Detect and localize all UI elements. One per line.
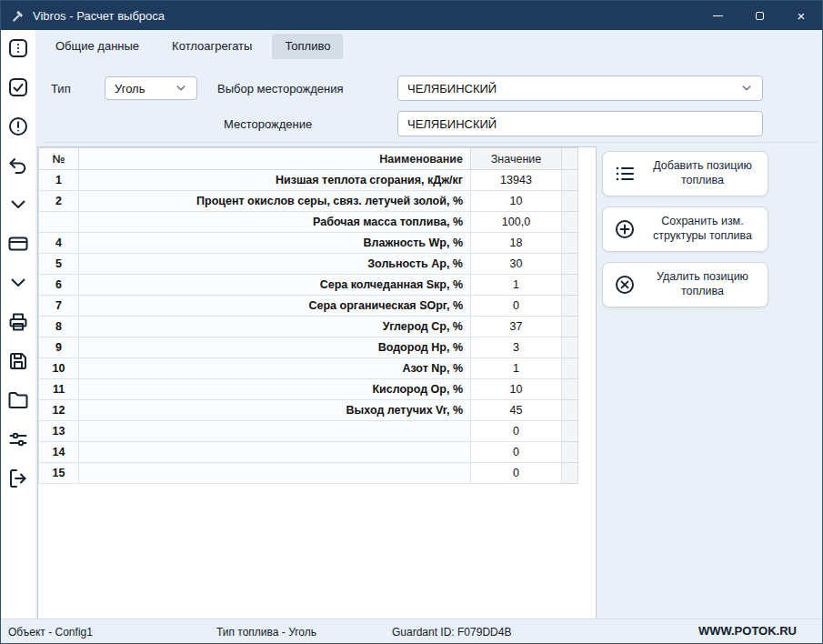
column-header-value: Значение [471, 148, 562, 170]
row-name[interactable] [79, 421, 471, 442]
tab-fuel[interactable]: Топливо [272, 34, 343, 59]
action-button-label: Удалить позицию топлива [645, 270, 760, 298]
row-filler [562, 254, 578, 275]
column-header-name: Наименование [79, 148, 471, 170]
row-name[interactable]: Водород Нр, % [79, 337, 471, 358]
row-value[interactable]: 0 [471, 442, 562, 463]
website-link[interactable]: WWW.POTOK.RU [698, 624, 797, 638]
table-row[interactable]: 6Сера колчеданная Sкр, %1 [39, 275, 578, 296]
fuel-table-container: № Наименование Значение 1Низшая теплота … [37, 146, 597, 619]
table-row[interactable]: 140 [39, 442, 578, 463]
minimize-button[interactable] [697, 1, 738, 30]
row-value[interactable]: 10 [471, 191, 562, 212]
row-value[interactable]: 0 [471, 421, 562, 442]
sliders-button[interactable] [7, 428, 29, 450]
row-filler [562, 233, 578, 254]
save-button[interactable] [7, 350, 29, 372]
fuel-table-body: 1Низшая теплота сгорания, кДж/кг139432Пр… [39, 170, 578, 484]
table-row[interactable]: 11Кислород Ор, %10 [39, 379, 578, 400]
card-button[interactable] [7, 233, 29, 255]
deposit-label: Месторождение [224, 117, 312, 131]
row-name[interactable]: Углерод Ср, % [79, 317, 471, 337]
row-number: 5 [39, 254, 79, 275]
action-button-label: Сохранить изм. структуры топлива [645, 215, 760, 243]
row-value[interactable]: 10 [471, 379, 562, 400]
table-row[interactable]: 150 [39, 463, 578, 484]
row-name[interactable]: Зольность Ap, % [79, 254, 471, 275]
chevron-down-icon [7, 272, 29, 294]
row-name[interactable]: Влажность Wp, % [79, 233, 471, 254]
table-row[interactable]: 1Низшая теплота сгорания, кДж/кг13943 [39, 170, 578, 191]
row-name[interactable]: Азот Nр, % [79, 358, 471, 379]
row-value[interactable]: 1 [471, 358, 562, 379]
table-row[interactable]: 4Влажность Wp, %18 [39, 233, 578, 254]
row-value[interactable]: 30 [471, 254, 562, 275]
row-name[interactable]: Сера колчеданная Sкр, % [79, 275, 471, 296]
logout-button[interactable] [7, 468, 29, 489]
row-value[interactable]: 0 [471, 296, 562, 317]
row-number: 14 [39, 442, 79, 463]
row-value[interactable]: 13943 [471, 170, 562, 191]
row-number: 10 [39, 358, 79, 379]
form-separator [43, 142, 817, 143]
alert-circle-button[interactable] [7, 116, 29, 137]
table-row[interactable]: 7Сера органическая SOрг, %0 [39, 296, 578, 317]
row-value[interactable]: 100,0 [471, 212, 562, 233]
row-name[interactable] [79, 442, 471, 463]
undo-button[interactable] [7, 155, 29, 176]
row-name[interactable]: Рабочая масса топлива, % [79, 212, 471, 233]
printer-button[interactable] [7, 311, 29, 333]
fuel-type-select[interactable]: Уголь [105, 76, 197, 100]
deposit-input[interactable] [397, 111, 763, 136]
title-bar: Vibros - Расчет выброса × [1, 1, 822, 30]
app-icon [10, 8, 25, 24]
delete-fuel-position-button[interactable]: Удалить позицию топлива [602, 262, 768, 307]
tab-boilers[interactable]: Котлоагрегаты [159, 34, 265, 59]
table-row[interactable]: 10Азот Nр, %1 [39, 358, 578, 379]
filler-column-header [562, 148, 578, 170]
table-row[interactable]: 2Процент окислов серы, связ. летучей зол… [39, 191, 578, 212]
table-row[interactable]: 130 [39, 421, 578, 442]
table-row[interactable]: Рабочая масса топлива, %100,0 [39, 212, 578, 233]
save-fuel-structure-button[interactable]: Сохранить изм. структуры топлива [602, 206, 768, 252]
status-guardant-id: Guardant ID: F079DD4B [392, 626, 511, 639]
row-name[interactable]: Низшая теплота сгорания, кДж/кг [79, 170, 471, 191]
row-number: 8 [39, 317, 79, 337]
row-number: 15 [39, 463, 79, 484]
row-filler [562, 170, 578, 191]
fuel-table: № Наименование Значение 1Низшая теплота … [38, 147, 578, 484]
row-name[interactable]: Кислород Ор, % [79, 379, 471, 400]
add-fuel-position-button[interactable]: Добавить позицию топлива [602, 151, 768, 196]
row-name[interactable]: Выход летучих Vr, % [79, 400, 471, 421]
sliders-icon [7, 428, 29, 450]
deposit-select-label: Выбор месторождения [217, 82, 344, 96]
row-value[interactable]: 0 [471, 463, 562, 484]
row-name[interactable]: Процент окислов серы, связ. летучей золо… [79, 191, 471, 212]
maximize-button[interactable] [738, 1, 780, 30]
row-name[interactable] [79, 463, 471, 484]
row-value[interactable]: 18 [471, 233, 562, 254]
tab-general[interactable]: Общие данные [43, 34, 152, 59]
deposit-combobox[interactable]: ЧЕЛЯБИНСКИЙ [397, 75, 763, 101]
kebab-menu-button[interactable] [7, 37, 29, 59]
table-row[interactable]: 8Углерод Ср, %37 [39, 317, 578, 337]
row-value[interactable]: 37 [471, 317, 562, 337]
check-square-button[interactable] [7, 76, 29, 98]
folder-button[interactable] [7, 389, 29, 411]
app-window: Vibros - Расчет выброса × Общие данныеКо… [0, 0, 823, 644]
list-icon [614, 163, 636, 185]
table-header-row: № Наименование Значение [39, 148, 578, 170]
row-value[interactable]: 45 [471, 400, 562, 421]
table-row[interactable]: 5Зольность Ap, %30 [39, 254, 578, 275]
card-icon [7, 233, 29, 255]
close-button[interactable]: × [780, 1, 822, 30]
chevron-down-button[interactable] [7, 194, 29, 216]
table-row[interactable]: 9Водород Нр, %3 [39, 337, 578, 358]
undo-icon [7, 155, 29, 176]
maximize-icon [756, 12, 764, 20]
row-value[interactable]: 3 [471, 337, 562, 358]
chevron-down-button[interactable] [7, 272, 29, 294]
row-name[interactable]: Сера органическая SOрг, % [79, 296, 471, 317]
row-value[interactable]: 1 [471, 275, 562, 296]
table-row[interactable]: 12Выход летучих Vr, %45 [39, 400, 578, 421]
